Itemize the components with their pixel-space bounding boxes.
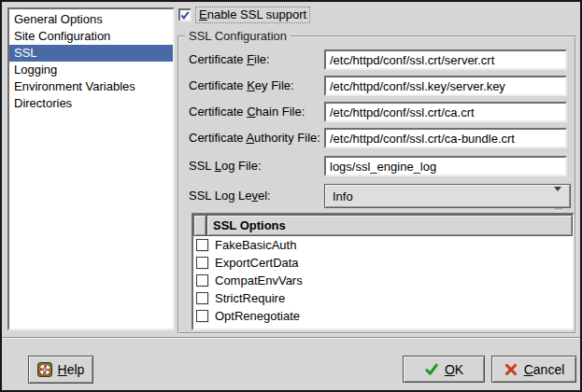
table-row: OptRenegotiate [193, 307, 573, 325]
ssl-options-table: SSL Options FakeBasicAuth ExportCertData… [192, 213, 575, 330]
certificate-file-input[interactable] [324, 49, 567, 70]
sidebar-item-general-options[interactable]: General Options [9, 11, 173, 28]
ssl-options-header[interactable]: SSL Options [206, 215, 573, 236]
cancel-button[interactable]: Cancel [491, 356, 576, 383]
category-list: General Options Site Configuration SSL L… [7, 7, 175, 330]
certificate-chain-file-row: Certificate Chain File: [179, 102, 575, 122]
optrenegotiate-checkbox[interactable] [196, 310, 208, 322]
certificate-chain-file-label: Certificate Chain File: [189, 102, 305, 122]
certificate-key-file-label: Certificate Key File: [189, 76, 294, 96]
ssl-log-file-label: SSL Log File: [189, 156, 262, 176]
certificate-key-file-input[interactable] [324, 76, 567, 96]
sidebar-item-logging[interactable]: Logging [9, 62, 173, 78]
ssl-log-level-row: SSL Log Level: Info [179, 184, 575, 208]
cancel-x-icon [504, 362, 518, 377]
sidebar-item-directories[interactable]: Directories [9, 95, 173, 112]
ssl-log-file-row: SSL Log File: [179, 156, 575, 176]
table-row: FakeBasicAuth [193, 236, 573, 254]
table-row: StrictRequire [193, 289, 573, 307]
table-row: CompatEnvVars [193, 272, 573, 289]
checkmark-icon [180, 10, 190, 21]
option-label: StrictRequire [215, 291, 285, 305]
ssl-options-header-checkbox-col[interactable] [193, 215, 206, 236]
ssl-log-file-input[interactable] [324, 156, 567, 176]
fakebasicauth-checkbox[interactable] [196, 239, 208, 251]
certificate-file-label: Certificate File: [189, 49, 270, 70]
enable-ssl-checkbox[interactable] [178, 8, 192, 21]
certificate-chain-file-input[interactable] [324, 102, 567, 122]
frame-title: SSL Configuration [185, 29, 291, 43]
sidebar-item-environment-variables[interactable]: Environment Variables [9, 78, 173, 95]
strictrequire-checkbox[interactable] [196, 292, 208, 304]
table-row: ExportCertData [193, 254, 573, 272]
lifebuoy-icon [37, 362, 52, 377]
option-label: ExportCertData [215, 256, 299, 270]
cancel-button-label: Cancel [524, 362, 565, 377]
certificate-key-file-row: Certificate Key File: [179, 76, 575, 96]
certificate-authority-file-label: Certificate Authority File: [189, 128, 320, 148]
ssl-options-header-row: SSL Options [193, 215, 573, 236]
ok-button-label: OK [445, 362, 463, 377]
enable-ssl-checkbox-row[interactable]: Enable SSL support [178, 7, 310, 23]
sidebar-item-ssl[interactable]: SSL [9, 45, 173, 62]
ssl-log-level-value: Info [333, 189, 353, 203]
ssl-configuration-frame: SSL Configuration Certificate File: Cert… [177, 35, 576, 334]
help-button-label: Help [58, 362, 85, 377]
help-button[interactable]: Help [28, 356, 93, 384]
sidebar-item-site-configuration[interactable]: Site Configuration [9, 28, 173, 45]
certificate-file-row: Certificate File: [179, 49, 575, 70]
ssl-log-level-label: SSL Log Level: [189, 184, 271, 208]
option-label: OptRenegotiate [215, 309, 300, 323]
button-area-separator [2, 337, 580, 339]
certificate-authority-file-input[interactable] [324, 128, 567, 148]
httpd-config-dialog: General Options Site Configuration SSL L… [0, 0, 582, 392]
option-label: FakeBasicAuth [215, 238, 296, 252]
certificate-authority-file-row: Certificate Authority File: [179, 128, 575, 148]
compatenvvars-checkbox[interactable] [196, 274, 208, 287]
ok-button[interactable]: OK [403, 356, 485, 383]
ssl-log-level-dropdown[interactable]: Info [324, 184, 571, 208]
option-label: CompatEnvVars [215, 273, 303, 287]
dropdown-indicator-icon [554, 191, 562, 210]
enable-ssl-label: Enable SSL support [195, 7, 310, 23]
exportcertdata-checkbox[interactable] [196, 257, 208, 269]
ok-checkmark-icon [424, 362, 439, 377]
